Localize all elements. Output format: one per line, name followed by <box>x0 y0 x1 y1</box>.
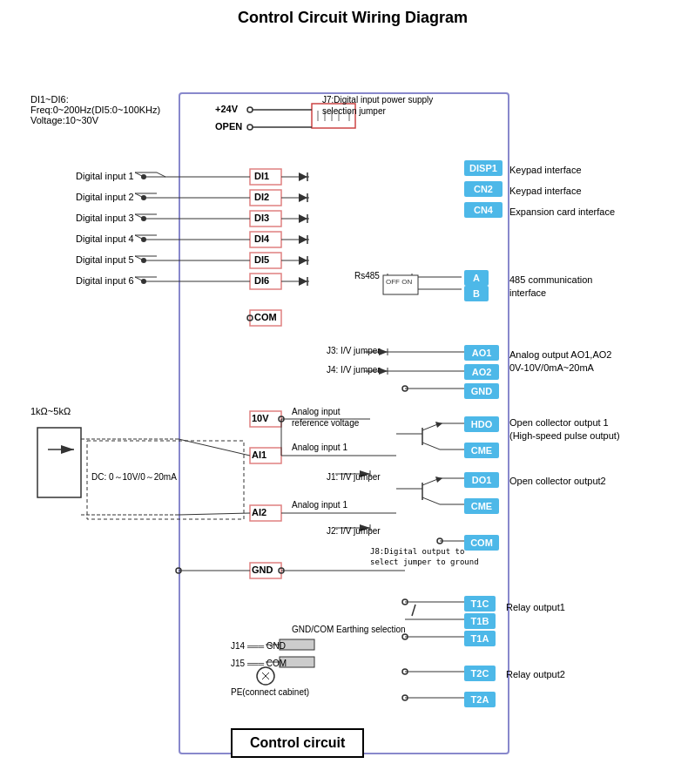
j14-label: J14 ═══ GND <box>231 641 286 651</box>
ao1-connector: AO1 <box>464 345 499 361</box>
analog-resistor-label: 1kΩ~5kΩ <box>30 406 71 416</box>
left-info: DI1~DI6: Freq:0~200Hz(DI5:0~100KHz) Volt… <box>30 94 160 125</box>
ao-label: Analog output AO1,AO20V-10V/0mA~20mA <box>509 348 611 375</box>
j7-label: J7:Digital input power supply selection … <box>322 94 453 117</box>
hdo-connector: HDO <box>464 416 499 432</box>
di1-label: Digital input 1 <box>76 171 134 181</box>
cme2-connector: CME <box>464 498 499 514</box>
svg-rect-81 <box>37 428 81 497</box>
ai2-terminal: AI2 <box>252 507 266 517</box>
rs485-label: Rs485 <box>354 271 380 280</box>
gnd-bottom-terminal: GND <box>252 564 273 575</box>
svg-line-39 <box>157 172 165 177</box>
dc-range-label: DC: 0～10V/0～20mA <box>91 471 177 483</box>
pe-label: PE(connect cabinet) <box>231 687 309 697</box>
ai1-terminal: AI1 <box>252 449 266 460</box>
page-container: Control Circuit Wiring Diagram <box>9 9 688 27</box>
svg-line-59 <box>135 277 144 281</box>
j8-label: J8:Digital output toselect jumper to gro… <box>370 547 479 567</box>
cn2-label: Keypad interface <box>509 186 582 196</box>
relay2-label: Relay output2 <box>506 669 565 679</box>
svg-point-49 <box>141 237 146 242</box>
svg-line-51 <box>135 235 144 240</box>
svg-line-43 <box>135 193 144 198</box>
page-title: Control Circuit Wiring Diagram <box>9 9 688 27</box>
di5-terminal: DI5 <box>254 254 269 265</box>
cn4-connector: CN4 <box>464 202 503 218</box>
hdo-label: Open collector output 1(High-speed pulse… <box>509 416 620 443</box>
svg-line-47 <box>135 214 144 219</box>
10v-terminal: 10V <box>252 413 269 423</box>
ai1-desc-label: Analog input 1 <box>292 443 347 452</box>
svg-point-57 <box>141 279 146 284</box>
di-range-line2: Freq:0~200Hz(DI5:0~100KHz) <box>30 105 160 115</box>
j3-label: J3: I/V jumper <box>327 346 381 355</box>
gnd-com-label: GND/COM Earthing selection <box>292 624 406 635</box>
t1c-connector: T1C <box>464 596 496 612</box>
di2-terminal: DI2 <box>254 192 269 202</box>
svg-point-45 <box>141 216 146 221</box>
b-connector: B <box>464 286 489 301</box>
j1-label: J1: I/V jumper <box>327 472 381 482</box>
gnd-connector: GND <box>464 383 499 399</box>
di4-label: Digital input 4 <box>76 233 134 244</box>
di-range-line1: DI1~DI6: <box>30 94 160 105</box>
do1-label: Open collector output2 <box>509 476 606 486</box>
cme1-connector: CME <box>464 443 499 458</box>
svg-point-53 <box>141 258 146 263</box>
disp1-label: Keypad interface <box>509 165 582 175</box>
com-connector: COM <box>464 535 499 551</box>
di3-label: Digital input 3 <box>76 213 134 223</box>
di1-terminal: DI1 <box>254 171 269 181</box>
svg-marker-83 <box>61 445 74 454</box>
com-terminal-label: COM <box>254 312 277 322</box>
a-connector: A <box>464 270 489 286</box>
di5-label: Digital input 5 <box>76 254 134 265</box>
di3-terminal: DI3 <box>254 213 269 223</box>
ao2-connector: AO2 <box>464 364 499 380</box>
j15-label: J15 ═══ COM <box>231 659 287 668</box>
t2a-connector: T2A <box>464 692 496 707</box>
cn2-connector: CN2 <box>464 181 503 197</box>
ai2-desc-label: Analog input 1 <box>292 500 347 510</box>
control-circuit-label: Control circuit <box>231 728 364 758</box>
24v-label: +24V <box>215 104 238 114</box>
di6-label: Digital input 6 <box>76 275 134 286</box>
svg-line-38 <box>135 172 144 177</box>
t1a-connector: T1A <box>464 631 496 646</box>
do1-connector: DO1 <box>464 472 499 488</box>
j4-label: J4: I/V jumper <box>327 365 381 375</box>
disp1-connector: DISP1 <box>464 160 503 176</box>
t2c-connector: T2C <box>464 666 496 681</box>
svg-line-55 <box>135 256 144 260</box>
ab-label: 485 communicationinterface <box>509 274 592 301</box>
di4-terminal: DI4 <box>254 233 269 244</box>
cn4-label: Expansion card interface <box>509 206 615 217</box>
svg-point-36 <box>141 174 146 179</box>
di2-label: Digital input 2 <box>76 192 134 202</box>
t1b-connector: T1B <box>464 613 496 629</box>
svg-point-41 <box>141 195 146 200</box>
analog-ref-label: Analog input reference voltage <box>292 406 379 429</box>
j2-label: J2: I/V jumper <box>327 526 381 536</box>
di-range-line3: Voltage:10~30V <box>30 115 160 125</box>
di6-terminal: DI6 <box>254 275 269 286</box>
open-label: OPEN <box>215 121 242 132</box>
relay1-label: Relay output1 <box>506 602 565 612</box>
